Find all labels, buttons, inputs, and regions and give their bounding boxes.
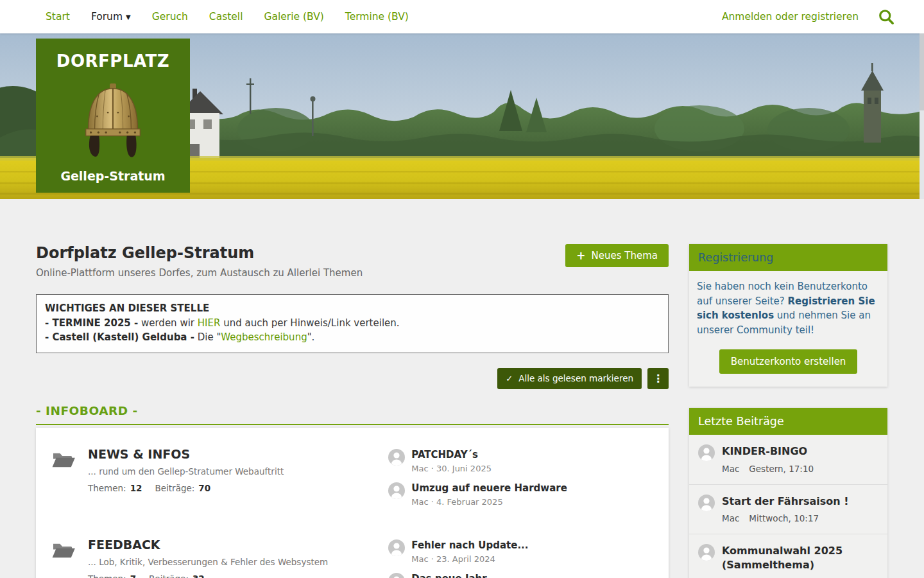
open-folder-icon — [51, 450, 76, 507]
logo-title: DORFPLATZ — [56, 51, 169, 71]
topic-meta: Mac · 4. Februar 2025 — [411, 497, 567, 507]
nav-item-castell[interactable]: Castell — [209, 11, 243, 22]
forum-title[interactable]: NEWS & INFOS — [88, 447, 284, 461]
avatar[interactable] — [698, 544, 715, 561]
latest-post-text: KINDER-BINGO Mac Gestern, 17:10 — [722, 444, 814, 474]
main-column: Dorfplatz Gellep-Stratum Online-Plattfor… — [36, 244, 669, 578]
topic-meta: Mac · 30. Juni 2025 — [411, 464, 492, 473]
open-folder-icon — [51, 540, 76, 578]
forum-text: FEEDBACK ... Lob, Kritik, Verbesserungen… — [88, 538, 328, 578]
topic-text: Das neue Jahr.... Mac · 2. Januar 2019 — [411, 573, 500, 578]
registration-box-body: Sie haben noch kein Benutzerkonto auf un… — [689, 271, 887, 387]
login-register-link[interactable]: Anmelden oder registrieren — [722, 11, 859, 22]
nav-item-start[interactable]: Start — [46, 11, 70, 22]
themen-stat: Themen:12 — [88, 483, 142, 493]
nav-item-termine[interactable]: Termine (BV) — [345, 11, 409, 22]
topic-item[interactable]: Das neue Jahr.... Mac · 2. Januar 2019 — [388, 573, 653, 578]
forum-text: NEWS & INFOS ... rund um den Gellep-Stra… — [88, 447, 284, 507]
notice-heading: WICHTIGES AN DIESER STELLE — [45, 301, 660, 316]
topic-text: Fehler nach Update... Mac · 23. April 20… — [411, 539, 528, 564]
latest-topics: PATCHDAY´s Mac · 30. Juni 2025 Umzug auf… — [388, 447, 653, 507]
beitraege-stat: Beiträge:70 — [155, 483, 210, 493]
timestamp: Mittwoch, 10:17 — [749, 513, 819, 523]
topic-title[interactable]: Das neue Jahr.... — [411, 573, 500, 578]
notice-line-castell: - Castell (Kastell) Gelduba - Die "Wegbe… — [45, 330, 660, 345]
forum-info: NEWS & INFOS ... rund um den Gellep-Stra… — [51, 447, 388, 507]
list-actions: ✓ Alle als gelesen markieren ⋮ — [36, 368, 669, 389]
forum-row-news[interactable]: NEWS & INFOS ... rund um den Gellep-Stra… — [36, 437, 669, 518]
avatar[interactable] — [698, 444, 715, 461]
browser-scrollbar[interactable] — [920, 33, 924, 199]
forum-description: ... Lob, Kritik, Verbesserungen & Fehler… — [88, 557, 328, 567]
page-subtitle: Online-Plattform unseres Dorfes, zum Aus… — [36, 267, 363, 279]
forum-list-card: NEWS & INFOS ... rund um den Gellep-Stra… — [36, 428, 669, 578]
infoboard-heading: - INFOBOARD - — [36, 404, 669, 425]
topic-text: PATCHDAY´s Mac · 30. Juni 2025 — [411, 449, 492, 473]
plus-icon: + — [576, 250, 585, 261]
avatar[interactable] — [388, 573, 405, 578]
forum-title[interactable]: FEEDBACK — [88, 538, 328, 552]
nav-items: Start Forum▼ Geruch Castell Galerie (BV)… — [46, 11, 409, 22]
latest-post-meta: Mac Gestern, 17:10 — [722, 464, 814, 474]
avatar[interactable] — [388, 539, 405, 556]
registration-box-title: Registrierung — [689, 244, 887, 271]
nav-right: Anmelden oder registrieren — [722, 7, 896, 26]
wegbeschreibung-link[interactable]: Wegbeschreibung — [221, 331, 307, 343]
timestamp: Gestern, 17:10 — [749, 464, 814, 474]
page-header: Dorfplatz Gellep-Stratum Online-Plattfor… — [36, 244, 669, 279]
mark-all-read-button[interactable]: ✓ Alle als gelesen markieren — [497, 368, 642, 389]
topic-item[interactable]: Fehler nach Update... Mac · 23. April 20… — [388, 539, 653, 564]
new-topic-button[interactable]: + Neues Thema — [565, 244, 669, 267]
themen-stat: Themen:7 — [88, 574, 136, 578]
forum-stats: Themen:7 Beiträge:32 — [88, 574, 328, 578]
latest-post-title[interactable]: Start der Fährsaison ! — [722, 495, 849, 509]
more-options-button[interactable]: ⋮ — [647, 368, 669, 389]
header-banner: DORFPLATZ Gellep-Stra — [0, 33, 924, 199]
avatar[interactable] — [388, 449, 405, 466]
latest-posts-box: Letzte Beiträge KINDER-BINGO Mac Gestern… — [689, 408, 887, 578]
avatar[interactable] — [698, 495, 715, 511]
forum-row-feedback[interactable]: FEEDBACK ... Lob, Kritik, Verbesserungen… — [36, 527, 669, 578]
sidebar: Registrierung Sie haben noch kein Benutz… — [689, 244, 887, 578]
list-item[interactable]: KINDER-BINGO Mac Gestern, 17:10 — [689, 435, 887, 484]
topic-title[interactable]: Fehler nach Update... — [411, 539, 528, 551]
page-title: Dorfplatz Gellep-Stratum — [36, 244, 363, 262]
top-navigation: Start Forum▼ Geruch Castell Galerie (BV)… — [0, 0, 924, 33]
site-logo[interactable]: DORFPLATZ Gellep-Stra — [36, 39, 190, 193]
topic-meta: Mac · 23. April 2024 — [411, 554, 528, 564]
topic-item[interactable]: Umzug auf neuere Hardware Mac · 4. Febru… — [388, 482, 653, 507]
nav-item-geruch[interactable]: Geruch — [152, 11, 188, 22]
nav-item-forum[interactable]: Forum▼ — [91, 11, 131, 22]
create-account-button[interactable]: Benutzerkonto erstellen — [719, 349, 858, 374]
logo-subtitle: Gellep-Stratum — [60, 169, 165, 183]
topic-text: Umzug auf neuere Hardware Mac · 4. Febru… — [411, 482, 567, 507]
avatar[interactable] — [388, 482, 405, 499]
search-icon[interactable] — [877, 7, 896, 26]
scrollbar-thumb[interactable] — [920, 33, 924, 110]
forum-info: FEEDBACK ... Lob, Kritik, Verbesserungen… — [51, 538, 388, 578]
page-content: Dorfplatz Gellep-Stratum Online-Plattfor… — [0, 199, 924, 578]
latest-post-meta: Mac Mittwoch, 10:17 — [722, 513, 849, 523]
title-block: Dorfplatz Gellep-Stratum Online-Plattfor… — [36, 244, 363, 279]
check-icon: ✓ — [506, 374, 513, 383]
latest-posts-title: Letzte Beiträge — [689, 408, 887, 435]
forum-description: ... rund um den Gellep-Stratumer Webauft… — [88, 466, 284, 477]
nav-item-galerie[interactable]: Galerie (BV) — [264, 11, 323, 22]
latest-post-text: Start der Fährsaison ! Mac Mittwoch, 10:… — [722, 495, 849, 524]
list-item[interactable]: Kommunalwahl 2025 (Sammelthema) Mac 5. A… — [689, 534, 887, 578]
roman-helmet-icon — [75, 81, 151, 159]
topic-item[interactable]: PATCHDAY´s Mac · 30. Juni 2025 — [388, 449, 653, 473]
topic-title[interactable]: PATCHDAY´s — [411, 449, 492, 460]
latest-post-text: Kommunalwahl 2025 (Sammelthema) Mac 5. A… — [722, 544, 878, 578]
latest-post-title[interactable]: KINDER-BINGO — [722, 444, 814, 459]
author: Mac — [722, 513, 739, 523]
latest-topics: Fehler nach Update... Mac · 23. April 20… — [388, 538, 653, 578]
latest-post-title[interactable]: Kommunalwahl 2025 (Sammelthema) — [722, 544, 878, 572]
author: Mac — [722, 464, 739, 474]
hier-link[interactable]: HIER — [198, 317, 221, 329]
topic-title[interactable]: Umzug auf neuere Hardware — [411, 482, 567, 494]
chevron-down-icon: ▼ — [126, 13, 131, 21]
forum-stats: Themen:12 Beiträge:70 — [88, 483, 284, 493]
list-item[interactable]: Start der Fährsaison ! Mac Mittwoch, 10:… — [689, 484, 887, 534]
beitraege-stat: Beiträge:32 — [149, 574, 205, 578]
